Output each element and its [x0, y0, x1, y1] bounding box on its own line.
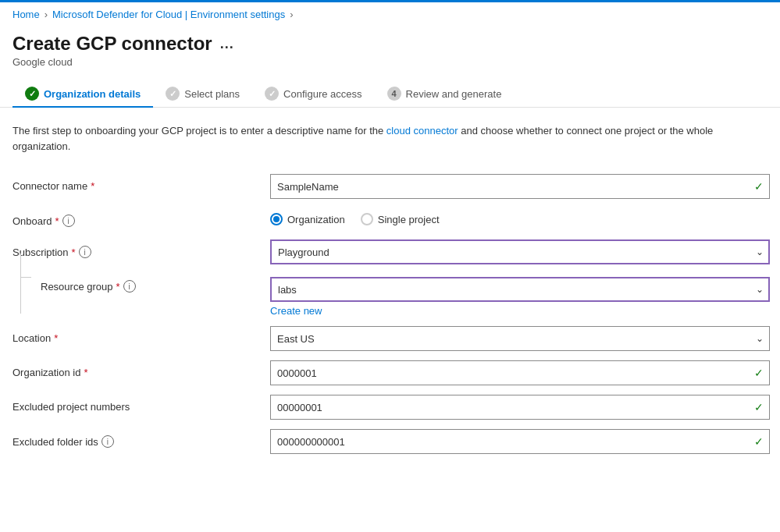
excluded-folders-input[interactable]: [270, 429, 770, 454]
page-title-row: Create GCP connector ...: [12, 33, 768, 55]
resource-group-label-cell: Resource group * i: [12, 269, 255, 321]
excluded-folders-info-icon[interactable]: i: [102, 435, 114, 448]
tab-select-plans-label: Select plans: [184, 88, 240, 100]
location-select-wrapper: East US ⌄: [270, 326, 770, 351]
org-id-label-cell: Organization id *: [12, 356, 255, 390]
location-label: Location *: [12, 332, 58, 344]
org-id-label: Organization id *: [12, 367, 88, 378]
onboard-label: Onboard * i: [12, 215, 75, 227]
tab-review-generate[interactable]: 4 Review and generate: [375, 80, 515, 107]
org-id-field-cell: ✓: [255, 356, 770, 390]
org-id-required: *: [84, 367, 87, 378]
resource-group-select[interactable]: labs: [270, 277, 770, 302]
resource-group-select-wrapper: labs ⌄: [270, 277, 770, 302]
resource-group-field-cell: labs ⌄ Create new: [255, 272, 770, 321]
subscription-select[interactable]: Playground: [270, 239, 770, 264]
onboard-org-label: Organization: [287, 214, 345, 225]
description-text: The first step to onboarding your GCP pr…: [12, 123, 768, 154]
location-required: *: [54, 332, 58, 344]
breadcrumb-home[interactable]: Home: [12, 9, 40, 20]
tab-review-generate-label: Review and generate: [406, 88, 502, 100]
excluded-projects-field-cell: ✓: [255, 390, 770, 424]
tab-review-generate-icon: 4: [387, 87, 401, 101]
org-id-input-wrapper: ✓: [270, 360, 770, 385]
connector-name-input[interactable]: [270, 174, 770, 199]
breadcrumb-sep-1: ›: [45, 9, 48, 20]
subscription-required: *: [72, 246, 76, 258]
create-new-link[interactable]: Create new: [270, 305, 770, 317]
onboard-required: *: [55, 215, 59, 227]
excluded-folders-input-wrapper: ✓: [270, 429, 770, 454]
page-subtitle: Google cloud: [12, 56, 768, 68]
tab-org-details[interactable]: ✓ Organization details: [12, 80, 153, 107]
breadcrumb-sep-2: ›: [290, 9, 293, 20]
connector-name-input-wrapper: ✓: [270, 174, 770, 199]
excluded-projects-input-wrapper: ✓: [270, 395, 770, 420]
subscription-select-wrapper: Playground ⌄: [270, 239, 770, 264]
excluded-folders-field-cell: ✓: [255, 424, 770, 459]
content-area: The first step to onboarding your GCP pr…: [0, 108, 780, 474]
connector-name-check-icon: ✓: [754, 180, 764, 193]
subscription-field-cell: Playground ⌄: [255, 235, 770, 269]
tab-configure-access-label: Configure access: [283, 88, 362, 100]
onboard-org-radio[interactable]: [270, 213, 283, 225]
onboard-field-cell: Organization Single project: [255, 204, 770, 235]
subscription-label-cell: Subscription * i: [12, 235, 255, 269]
connector-name-label-cell: Connector name *: [12, 169, 255, 204]
tab-org-details-icon: ✓: [25, 87, 39, 101]
page-title-text: Create GCP connector: [12, 33, 212, 55]
form-grid: Connector name * ✓ Onboard * i Organizat…: [12, 169, 768, 459]
onboard-org-option[interactable]: Organization: [270, 213, 345, 225]
excluded-folders-check-icon: ✓: [754, 435, 764, 448]
tab-configure-access-icon: ✓: [265, 87, 279, 101]
resource-group-label: Resource group * i: [41, 280, 136, 293]
onboard-single-option[interactable]: Single project: [361, 213, 440, 225]
breadcrumb: Home › Microsoft Defender for Cloud | En…: [0, 2, 780, 27]
tab-org-details-label: Organization details: [44, 88, 141, 100]
subscription-info-icon[interactable]: i: [79, 246, 91, 258]
tab-configure-access[interactable]: ✓ Configure access: [252, 80, 374, 107]
subscription-label: Subscription * i: [12, 246, 91, 258]
onboard-single-label: Single project: [378, 214, 440, 225]
org-id-input[interactable]: [270, 360, 770, 385]
excluded-folders-label-cell: Excluded folder ids i: [12, 424, 255, 459]
location-select[interactable]: East US: [270, 326, 770, 351]
cloud-connector-link[interactable]: cloud connector: [386, 125, 458, 137]
page-header: Create GCP connector ... Google cloud: [0, 27, 780, 71]
breadcrumb-environment-settings[interactable]: Microsoft Defender for Cloud | Environme…: [52, 9, 285, 20]
connector-name-required: *: [91, 180, 94, 192]
excluded-projects-input[interactable]: [270, 395, 770, 420]
tab-select-plans[interactable]: ✓ Select plans: [153, 80, 252, 107]
tab-select-plans-icon: ✓: [166, 87, 180, 101]
ellipsis-menu-button[interactable]: ...: [220, 36, 234, 52]
resource-group-required: *: [116, 281, 120, 293]
excluded-projects-check-icon: ✓: [754, 401, 764, 413]
tabs-container: ✓ Organization details ✓ Select plans ✓ …: [0, 71, 780, 108]
onboard-label-cell: Onboard * i: [12, 204, 255, 235]
location-field-cell: East US ⌄: [255, 321, 770, 356]
onboard-single-radio[interactable]: [361, 213, 373, 225]
excluded-projects-label: Excluded project numbers: [12, 401, 130, 413]
connector-name-field-cell: ✓: [255, 169, 770, 204]
onboard-radio-group: Organization Single project: [270, 208, 770, 225]
excluded-folders-label: Excluded folder ids i: [12, 435, 114, 448]
resource-group-info-icon[interactable]: i: [123, 280, 136, 293]
onboard-info-icon[interactable]: i: [62, 215, 75, 227]
location-label-cell: Location *: [12, 321, 255, 356]
connector-name-label: Connector name *: [12, 180, 94, 192]
org-id-check-icon: ✓: [754, 367, 764, 379]
excluded-projects-label-cell: Excluded project numbers: [12, 390, 255, 424]
